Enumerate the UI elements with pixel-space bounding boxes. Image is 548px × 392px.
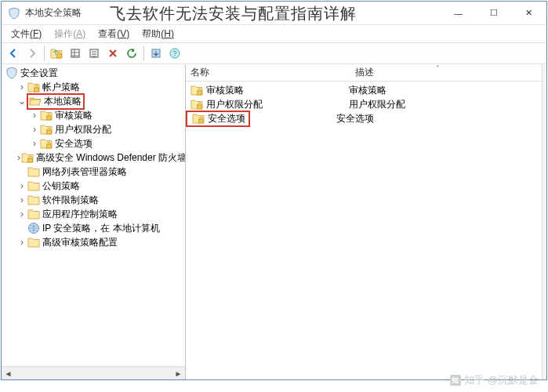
list-item-name: 安全选项	[208, 112, 245, 125]
chevron-right-icon[interactable]: ›	[17, 209, 27, 219]
forward-button[interactable]	[24, 45, 41, 62]
chevron-right-icon[interactable]: ›	[30, 125, 39, 134]
view-details-button[interactable]	[85, 45, 103, 62]
up-button[interactable]	[48, 45, 65, 62]
tree-item-security-options[interactable]: › 安全选项	[2, 136, 185, 151]
tree-item-account-policy[interactable]: › 帐户策略	[2, 80, 185, 94]
folder-icon	[27, 165, 40, 178]
menu-view[interactable]: 查看(V)	[92, 26, 136, 42]
chevron-right-icon[interactable]: ›	[17, 181, 27, 191]
tree-label: 应用程序控制策略	[42, 208, 118, 221]
tree-label: IP 安全策略，在 本地计算机	[42, 222, 160, 235]
watermark-author: @沉默是金	[488, 373, 539, 387]
toolbar-divider	[143, 45, 144, 61]
zhihu-icon: 知	[450, 375, 461, 386]
window-buttons: — ☐ ✕	[441, 2, 546, 24]
tree-item-public-key[interactable]: › 公钥策略	[2, 179, 185, 193]
svg-rect-3	[90, 49, 98, 57]
tree-item-advanced-audit[interactable]: › 高级审核策略配置	[2, 235, 185, 249]
tree-item-software-restriction[interactable]: › 软件限制策略	[2, 193, 185, 207]
folder-icon	[191, 84, 203, 96]
column-headers: 名称 描述 ˆ	[186, 64, 542, 82]
menu-file[interactable]: 文件(F)	[5, 26, 48, 42]
folder-icon	[191, 98, 203, 111]
tree-item-local-policy[interactable]: ⌄ 本地策略	[2, 94, 185, 108]
chevron-right-icon[interactable]: ›	[17, 238, 27, 247]
tree-item-ip-security[interactable]: IP 安全策略，在 本地计算机	[2, 221, 185, 235]
details-list[interactable]: 审核策略 审核策略 用户权限分配 用户权限分配 安全选项 安全选项	[186, 82, 542, 379]
chevron-right-icon[interactable]: ›	[30, 111, 39, 120]
watermark: 知 知乎 @沉默是金	[450, 373, 539, 387]
spacer	[17, 223, 27, 233]
vertical-scrollbar[interactable]	[542, 64, 546, 379]
menu-help[interactable]: 帮助(H)	[136, 26, 180, 42]
list-item-user-rights[interactable]: 用户权限分配 用户权限分配	[186, 97, 542, 111]
minimize-button[interactable]: —	[441, 2, 476, 24]
tree-label: 网络列表管理器策略	[42, 165, 127, 179]
menu-bar: 文件(F) 操作(A) 查看(V) 帮助(H)	[2, 25, 546, 42]
maximize-button[interactable]: ☐	[476, 2, 511, 24]
back-button[interactable]	[5, 45, 22, 62]
menu-action[interactable]: 操作(A)	[48, 26, 92, 42]
details-pane: 名称 描述 ˆ 审核策略 审核策略 用户权限分配 用户权限分配	[186, 64, 542, 379]
folder-icon	[40, 137, 53, 150]
tree-label: 公钥策略	[42, 180, 80, 193]
overlay-heading: 飞去软件无法安装与配置指南详解	[110, 3, 357, 24]
svg-text:?: ?	[172, 49, 176, 57]
chevron-right-icon[interactable]: ›	[30, 139, 39, 148]
tree-label: 安全选项	[55, 137, 93, 151]
refresh-button[interactable]	[123, 45, 140, 62]
scroll-track[interactable]	[15, 367, 172, 379]
list-item-desc: 用户权限分配	[349, 98, 405, 111]
tree-label: 软件限制策略	[42, 194, 99, 207]
tree-item-defender-firewall[interactable]: › 高级安全 Windows Defender 防火墙	[2, 151, 185, 165]
folder-icon	[27, 180, 40, 192]
watermark-brand: 知乎	[464, 373, 484, 387]
column-name[interactable]: 名称	[186, 64, 350, 81]
chevron-down-icon[interactable]: ⌄	[17, 96, 27, 106]
tree-label: 本地策略	[44, 95, 82, 108]
tree-label: 审核策略	[55, 109, 93, 122]
chevron-right-icon[interactable]: ›	[17, 82, 27, 92]
list-item-name: 用户权限分配	[206, 98, 349, 111]
delete-button[interactable]	[104, 45, 122, 62]
export-button[interactable]	[147, 45, 165, 62]
toolbar: ?	[2, 42, 546, 64]
list-item-security-options[interactable]: 安全选项 安全选项	[186, 111, 542, 125]
tree-item-network-list[interactable]: 网络列表管理器策略	[2, 165, 185, 179]
tree-item-app-control[interactable]: › 应用程序控制策略	[2, 207, 185, 221]
folder-icon	[27, 208, 40, 220]
folder-open-icon	[29, 95, 42, 107]
help-button[interactable]: ?	[166, 45, 183, 62]
folder-icon	[27, 194, 40, 206]
tree-root[interactable]: 安全设置	[2, 66, 185, 80]
list-item-audit-policy[interactable]: 审核策略 审核策略	[186, 83, 542, 97]
shield-icon	[5, 67, 18, 79]
view-list-button[interactable]	[67, 45, 84, 62]
toolbar-divider	[44, 45, 45, 61]
tree-root-label: 安全设置	[20, 67, 58, 80]
horizontal-scrollbar[interactable]: ◄ ►	[2, 366, 185, 379]
chevron-right-icon[interactable]: ›	[17, 153, 20, 162]
tree-label: 高级安全 Windows Defender 防火墙	[36, 151, 185, 165]
security-tree[interactable]: 安全设置 › 帐户策略 ⌄ 本地策略 › 审核策	[2, 64, 185, 366]
close-button[interactable]: ✕	[511, 2, 546, 24]
tree-pane: 安全设置 › 帐户策略 ⌄ 本地策略 › 审核策	[2, 64, 186, 379]
column-description[interactable]: 描述	[350, 64, 542, 81]
window-title: 本地安全策略	[25, 6, 82, 20]
chevron-right-icon[interactable]: ›	[17, 195, 27, 205]
folder-icon	[40, 123, 53, 136]
title-bar: 本地安全策略 飞去软件无法安装与配置指南详解 — ☐ ✕	[2, 2, 546, 25]
list-item-desc: 审核策略	[349, 84, 387, 97]
app-icon	[8, 7, 20, 20]
folder-icon	[27, 81, 40, 93]
tree-item-audit-policy[interactable]: › 审核策略	[2, 108, 185, 122]
folder-icon	[27, 236, 40, 249]
tree-item-user-rights[interactable]: › 用户权限分配	[2, 122, 185, 136]
folder-icon	[40, 109, 53, 122]
folder-icon	[21, 151, 34, 164]
scroll-right-icon[interactable]: ►	[172, 367, 185, 379]
scroll-left-icon[interactable]: ◄	[2, 367, 15, 379]
app-window: 本地安全策略 飞去软件无法安装与配置指南详解 — ☐ ✕ 文件(F) 操作(A)…	[1, 1, 547, 380]
tree-label: 高级审核策略配置	[42, 236, 118, 249]
